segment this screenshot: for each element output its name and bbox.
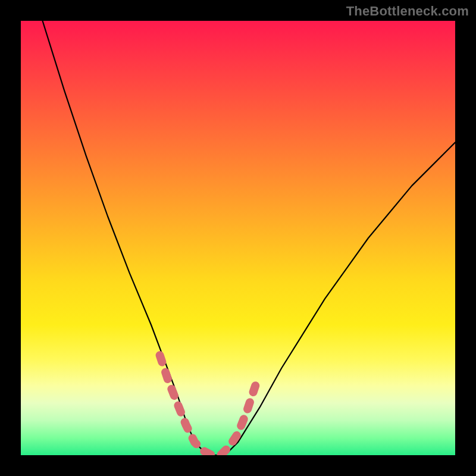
watermark-text: TheBottleneck.com xyxy=(346,4,469,19)
chart-frame: TheBottleneck.com xyxy=(0,0,476,476)
gradient-background xyxy=(21,21,455,455)
